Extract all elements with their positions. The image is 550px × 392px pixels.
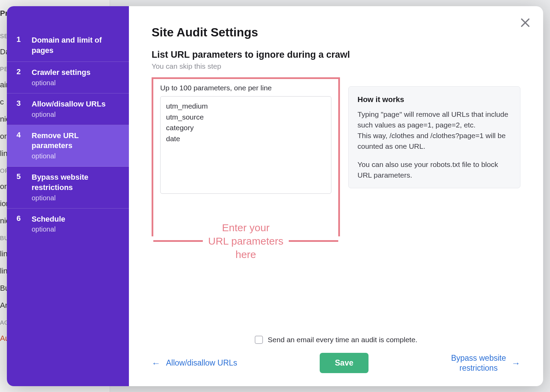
help-paragraph: Typing "page" will remove all URLs that …	[358, 109, 511, 152]
step-optional: optional	[32, 111, 121, 119]
next-step-label: Bypass website restrictions	[451, 353, 506, 373]
parameters-label: Up to 100 parameters, one per line	[160, 84, 331, 92]
step-title: Crawler settings	[32, 67, 121, 78]
close-icon[interactable]	[519, 16, 531, 29]
prev-step-label: Allow/disallow URLs	[166, 358, 237, 368]
step-remove-url-parameters[interactable]: 4 Remove URL parameters optional	[7, 125, 129, 167]
step-optional: optional	[32, 194, 121, 202]
step-number: 1	[16, 35, 23, 55]
email-checkbox[interactable]	[255, 336, 263, 344]
help-panel: How it works Typing "page" will remove a…	[348, 86, 520, 188]
url-parameters-input[interactable]	[160, 96, 331, 194]
help-paragraph: You can also use your robots.txt file to…	[358, 159, 511, 180]
step-domain-limit[interactable]: 1 Domain and limit of pages	[7, 30, 129, 62]
step-number: 3	[16, 99, 23, 119]
save-button[interactable]: Save	[320, 353, 368, 373]
step-schedule[interactable]: 6 Schedule optional	[7, 209, 129, 240]
step-title: Schedule	[32, 214, 121, 224]
step-title: Domain and limit of pages	[32, 35, 121, 55]
callout-caption: Enter your URL parameters here	[153, 221, 338, 261]
step-title: Remove URL parameters	[32, 131, 121, 151]
prev-step-link[interactable]: ← Allow/disallow URLs	[152, 358, 237, 368]
next-step-link[interactable]: Bypass website restrictions →	[451, 353, 520, 373]
email-checkbox-label: Send an email every time an audit is com…	[268, 336, 417, 344]
step-optional: optional	[32, 152, 121, 160]
settings-modal: 1 Domain and limit of pages 2 Crawler se…	[7, 6, 543, 386]
step-number: 5	[16, 172, 23, 202]
step-bypass-restrictions[interactable]: 5 Bypass website restrictions optional	[7, 167, 129, 208]
steps-sidebar: 1 Domain and limit of pages 2 Crawler se…	[7, 6, 129, 386]
step-optional: optional	[32, 225, 121, 233]
arrow-left-icon: ←	[152, 359, 161, 368]
modal-footer: Send an email every time an audit is com…	[152, 336, 520, 376]
callout-caption-text: Enter your URL parameters here	[203, 221, 289, 261]
step-number: 6	[16, 214, 23, 234]
step-allow-disallow-urls[interactable]: 3 Allow/disallow URLs optional	[7, 93, 129, 125]
modal-content: Site Audit Settings List URL parameters …	[129, 6, 543, 386]
help-title: How it works	[358, 94, 511, 105]
step-crawler-settings[interactable]: 2 Crawler settings optional	[7, 62, 129, 93]
step-number: 4	[16, 131, 23, 160]
modal-title: Site Audit Settings	[152, 25, 520, 39]
section-heading: List URL parameters to ignore during a c…	[152, 49, 520, 60]
section-subtext: You can skip this step	[152, 62, 520, 70]
step-number: 2	[16, 67, 23, 87]
step-title: Allow/disallow URLs	[32, 99, 121, 109]
step-optional: optional	[32, 79, 121, 87]
step-title: Bypass website restrictions	[32, 172, 121, 192]
parameters-callout: Up to 100 parameters, one per line Enter…	[152, 77, 340, 236]
arrow-right-icon: →	[512, 359, 520, 368]
